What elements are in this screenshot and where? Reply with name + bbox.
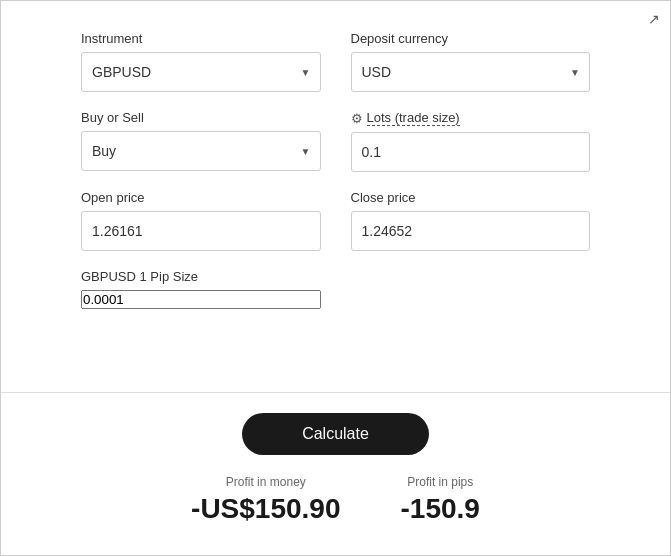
profit-pips-item: Profit in pips -150.9 (401, 475, 480, 525)
profit-money-value: -US$150.90 (191, 493, 340, 525)
close-price-label: Close price (351, 190, 591, 205)
form-area: Instrument GBPUSD EURUSD USDJPY AUDUSD D… (1, 1, 670, 392)
profit-money-item: Profit in money -US$150.90 (191, 475, 340, 525)
lots-label: ⚙Lots (trade size) (351, 110, 591, 126)
deposit-currency-label: Deposit currency (351, 31, 591, 46)
row-buy-lots: Buy or Sell Buy Sell ⚙Lots (trade size) (81, 110, 590, 172)
row-pip-size: GBPUSD 1 Pip Size (81, 269, 590, 309)
pip-size-group: GBPUSD 1 Pip Size (81, 269, 321, 309)
results-area: Calculate Profit in money -US$150.90 Pro… (1, 393, 670, 555)
buy-sell-select-wrapper: Buy Sell (81, 131, 321, 171)
profit-pips-value: -150.9 (401, 493, 480, 525)
close-price-input[interactable] (351, 211, 591, 251)
row-instrument-deposit: Instrument GBPUSD EURUSD USDJPY AUDUSD D… (81, 31, 590, 92)
lots-input[interactable] (351, 132, 591, 172)
results-row: Profit in money -US$150.90 Profit in pip… (81, 475, 590, 525)
buy-sell-select[interactable]: Buy Sell (81, 131, 321, 171)
instrument-select[interactable]: GBPUSD EURUSD USDJPY AUDUSD (81, 52, 321, 92)
calculator-container: ↗ Instrument GBPUSD EURUSD USDJPY AUDUSD… (0, 0, 671, 556)
profit-money-label: Profit in money (226, 475, 306, 489)
buy-sell-group: Buy or Sell Buy Sell (81, 110, 321, 172)
pip-size-input[interactable] (81, 290, 321, 309)
lots-group: ⚙Lots (trade size) (351, 110, 591, 172)
close-price-group: Close price (351, 190, 591, 251)
deposit-currency-select-wrapper: USD EUR GBP JPY (351, 52, 591, 92)
open-price-label: Open price (81, 190, 321, 205)
external-link-icon[interactable]: ↗ (648, 11, 660, 27)
calculate-button[interactable]: Calculate (242, 413, 429, 455)
gear-icon: ⚙ (351, 111, 363, 126)
pip-size-label: GBPUSD 1 Pip Size (81, 269, 321, 284)
open-price-group: Open price (81, 190, 321, 251)
deposit-currency-select[interactable]: USD EUR GBP JPY (351, 52, 591, 92)
profit-pips-label: Profit in pips (407, 475, 473, 489)
instrument-select-wrapper: GBPUSD EURUSD USDJPY AUDUSD (81, 52, 321, 92)
open-price-input[interactable] (81, 211, 321, 251)
instrument-group: Instrument GBPUSD EURUSD USDJPY AUDUSD (81, 31, 321, 92)
buy-sell-label: Buy or Sell (81, 110, 321, 125)
deposit-currency-group: Deposit currency USD EUR GBP JPY (351, 31, 591, 92)
instrument-label: Instrument (81, 31, 321, 46)
row-prices: Open price Close price (81, 190, 590, 251)
